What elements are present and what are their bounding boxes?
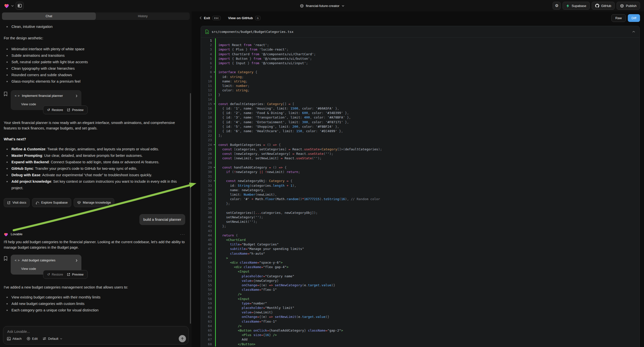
bullet-text: Refine & Customize: Tweak the design, an… [12,146,159,152]
list-item: Clean typography with clear hierarchies [4,65,185,72]
version-card-box[interactable]: < > Add budget categories View code ↺ Re… [11,255,82,274]
bullet-dot [6,81,8,82]
chevron-up-icon[interactable] [632,31,635,32]
version-card-title: Implement financial planner [22,93,63,98]
github-button[interactable]: GitHub [592,2,615,10]
mode-label: Default [48,337,58,340]
code-line: 3import { Plus } from 'lucide-react'; [201,47,640,52]
gear-icon: ⚙ [555,4,558,8]
manage-knowledge-button[interactable]: Manage knowledge [74,198,114,207]
restore-button[interactable]: ↺ Restore [47,108,63,112]
list-item: GitHub Sync: Transfer your project's cod… [4,165,185,172]
sliders-icon [42,337,46,340]
code-line: 12 color: string; [201,88,640,92]
code-line: 59 type="number" [201,301,640,306]
code-line: 57 /> [201,292,640,296]
code-line: 1 [201,38,640,43]
code-line: 41 setNewLimit(''); [201,220,640,224]
code-line: 10 name: string; [201,79,640,84]
chat-messages: Clean, intuitive navigation For the desi… [0,20,192,324]
bullet-text: GitHub Sync: Transfer your project's cod… [12,165,138,172]
assistant-paragraph: I've added a new budget categories manag… [4,284,185,290]
list-item: Rounded corners and subtle shadows [4,72,185,78]
added-bullet-list: View existing budget categories with the… [4,294,185,314]
code-line: 44 return ( [201,233,640,238]
restore-button[interactable]: ↺ Restore [47,272,63,277]
more-options-icon[interactable]: ··· [180,232,185,237]
chat-history-tabs: Chat History [2,12,190,20]
exit-button[interactable]: Exit ESC [200,16,220,20]
code-line: 65 <Button onClick={handleAddCategory} c… [201,328,640,333]
code-line: 61 value={newLimit} [201,310,640,315]
bullet-text: Minimalist interface with plenty of whit… [12,46,84,52]
code-line: 36 color: '#' + Math.floor(Math.random()… [201,197,640,202]
target-icon [27,337,30,340]
code-line: 46 title="Budget Categories" [201,242,640,247]
restore-label: Restore [52,272,63,277]
code-line: 51 <div className="flex gap-4"> [201,265,640,269]
code-icon: < > [15,258,20,262]
code-line: 24const BudgetCategories = () => { [201,143,640,147]
raw-toggle-button[interactable]: Raw [612,14,626,22]
bullet-dot [6,48,8,50]
code-line: 37 }; [201,202,640,206]
code-line: 54 value={newCategory} [201,278,640,283]
edit-button[interactable]: Edit [27,337,38,340]
chat-scrollbar[interactable] [190,93,191,324]
send-button[interactable] [179,335,186,342]
chevron-down-icon[interactable] [11,5,14,7]
visit-docs-button[interactable]: Visit docs [4,198,30,207]
preview-button[interactable]: Preview [67,272,84,277]
bookmark-icon[interactable] [4,92,8,110]
list-item: Add new budget categories with custom li… [4,300,185,307]
topbar: financial-future-creator ⚙ Supabase GitH… [0,0,644,12]
code-view-header: Exit ESC View on GitHub G Raw Diff [192,12,644,24]
bullet-text: Rounded corners and subtle shadows [12,72,72,78]
tab-history[interactable]: History [96,12,190,20]
list-item: Soft, neutral color palette with light b… [4,59,185,65]
preview-label: Preview [72,108,84,112]
code-line: 13} [201,92,640,97]
bullet-text: Debug with Ease: Activate our experiment… [12,172,152,178]
code-line: 34 name: newCategory, [201,188,640,192]
project-switcher[interactable]: financial-future-creator [300,4,344,8]
github-icon [595,4,599,8]
chevron-right-icon[interactable] [76,259,78,262]
version-card-box[interactable]: < > Implement financial planner View cod… [11,90,82,110]
code-line: 16 { id: '1', name: 'Housing', limit: 15… [201,106,640,111]
bullet-dot [6,155,8,156]
design-heading: For the design aesthetic: [4,35,185,41]
design-bullet-list: Minimalist interface with plenty of whit… [4,46,185,85]
explore-supabase-button[interactable]: Explore Supabase [32,198,71,207]
publish-button[interactable]: Publish [616,2,640,10]
code-lines: 1 2import React from 'react';3import { P… [201,38,640,346]
tab-chat[interactable]: Chat [2,12,96,20]
code-icon: < > [15,94,20,98]
lovable-logo-icon[interactable] [4,4,9,8]
code-line: 50 <div className="space-y-6"> [201,260,640,265]
bullet-text: Add project knowledge: Set key context o… [12,178,185,191]
sidebar-toggle-button[interactable] [16,2,24,10]
bullet-dot [6,168,8,169]
bookmark-icon[interactable] [4,256,8,274]
settings-button[interactable]: ⚙ [553,2,560,10]
attach-button[interactable]: Attach [7,337,22,340]
view-on-github-button[interactable]: View on GitHub G [228,16,260,20]
github-label: GitHub [601,4,611,8]
version-card-add-budget-categories: < > Add budget categories View code ↺ Re… [4,255,185,274]
exit-label: Exit [204,16,210,20]
code-line: 22]; [201,134,640,138]
chevron-right-icon[interactable] [76,94,78,97]
supabase-button[interactable]: Supabase [562,2,590,10]
file-header[interactable]: src/components/budget/BudgetCategories.t… [201,26,640,38]
list-item: View existing budget categories with the… [4,294,185,300]
code-panel: Exit ESC View on GitHub G Raw Diff src/c… [192,12,644,347]
mode-select[interactable]: Default [42,337,62,340]
preview-button[interactable]: Preview [67,108,84,112]
restore-icon: ↺ [47,272,50,276]
bullet-text: Master Prompting: Use clear, detailed, a… [12,152,143,159]
chat-input-box[interactable]: Ask Lovable... Attach Edit Default [3,326,189,344]
whats-next-heading: What's next? [4,136,185,142]
chevron-down-icon [342,5,344,7]
diff-toggle-button[interactable]: Diff [628,14,640,22]
